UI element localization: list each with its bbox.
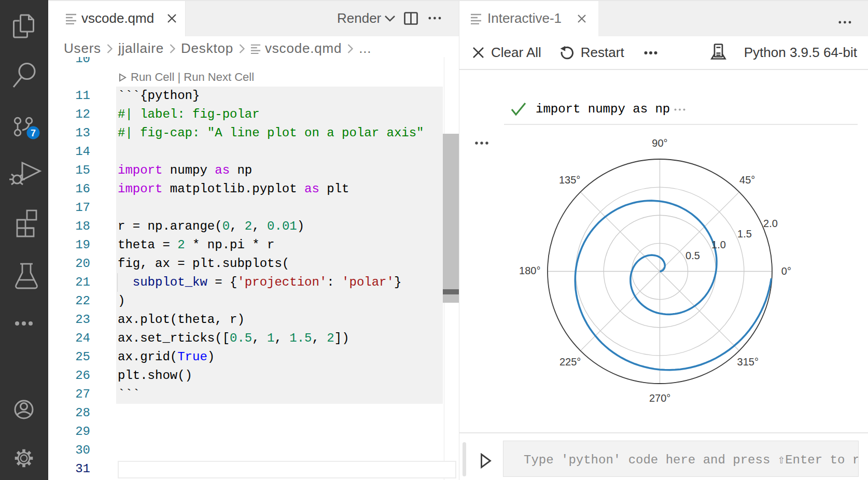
svg-text:0.5: 0.5 <box>685 250 700 261</box>
svg-text:1.0: 1.0 <box>711 239 726 250</box>
svg-text:45°: 45° <box>739 174 755 186</box>
svg-text:270°: 270° <box>649 392 670 404</box>
svg-text:1.5: 1.5 <box>737 228 752 239</box>
svg-text:225°: 225° <box>559 356 581 368</box>
svg-text:90°: 90° <box>652 137 667 149</box>
svg-text:0°: 0° <box>781 265 791 277</box>
svg-text:315°: 315° <box>737 356 759 368</box>
svg-text:135°: 135° <box>559 174 580 186</box>
svg-text:2.0: 2.0 <box>763 218 778 229</box>
svg-text:180°: 180° <box>519 265 540 276</box>
svg-text:7: 7 <box>31 128 36 138</box>
